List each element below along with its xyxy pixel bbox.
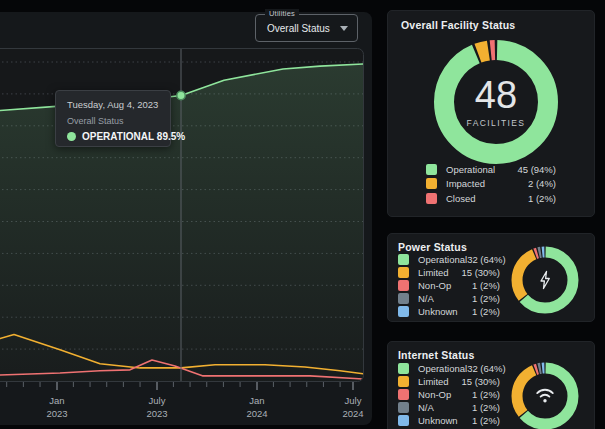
overall-status-legend: Operational45 (94%)Impacted2 (4%)Closed1… — [426, 162, 556, 206]
legend-value: 1 (2%) — [472, 280, 500, 291]
legend-row: Unknown1 (2%) — [398, 305, 500, 318]
tooltip-date: Tuesday, Aug 4, 2023 — [67, 99, 159, 110]
legend-value: 2 (4%) — [528, 178, 556, 189]
legend-row: Operational32 (64%) — [398, 362, 500, 375]
legend-swatch — [426, 178, 437, 189]
legend-value: 1 (2%) — [528, 193, 556, 204]
legend-label: Non-Op — [418, 389, 472, 400]
chevron-down-icon — [340, 26, 348, 31]
legend-swatch — [398, 376, 409, 387]
legend-row: Non-Op1 (2%) — [398, 388, 500, 401]
x-axis-label-year: 2024 — [342, 408, 363, 419]
internet-status-donut-chart[interactable] — [509, 360, 581, 429]
chart-tooltip: Tuesday, Aug 4, 2023 Overall Status OPER… — [55, 90, 171, 147]
legend-swatch — [398, 415, 409, 426]
legend-value: 1 (2%) — [472, 402, 500, 413]
legend-value: 45 (94%) — [517, 164, 556, 175]
legend-row: Closed1 (2%) — [426, 191, 556, 206]
legend-label: Unknown — [418, 415, 472, 426]
power-status-card: Power Status Operational32 (64%)Limited1… — [387, 233, 595, 322]
legend-value: 1 (2%) — [472, 306, 500, 317]
x-axis-label-year: 2024 — [246, 408, 267, 419]
card-title: Power Status — [398, 241, 467, 253]
legend-label: Non-Op — [418, 280, 472, 291]
donut-slice-operational — [444, 50, 548, 154]
legend-swatch — [398, 402, 409, 413]
legend-row: Operational32 (64%) — [398, 253, 500, 266]
legend-swatch — [398, 254, 409, 265]
legend-value: 32 (64%) — [467, 363, 506, 374]
internet-status-legend: Operational32 (64%)Limited15 (30%)Non-Op… — [398, 362, 500, 427]
legend-row: Limited15 (30%) — [398, 266, 500, 279]
utilities-chart-card: Utilities Overall Status Jan2023July2023… — [0, 12, 372, 425]
legend-swatch — [398, 363, 409, 374]
legend-label: Limited — [418, 376, 461, 387]
x-axis-label: July — [149, 395, 166, 406]
legend-label: Unknown — [418, 306, 472, 317]
legend-value: 1 (2%) — [472, 293, 500, 304]
card-title: Overall Facility Status — [401, 19, 515, 31]
legend-row: Impacted2 (4%) — [426, 177, 556, 192]
series-dot-icon — [67, 132, 76, 141]
internet-status-card: Internet Status Operational32 (64%)Limit… — [387, 341, 595, 429]
legend-swatch — [426, 164, 437, 175]
legend-value: 15 (30%) — [461, 267, 500, 278]
utilities-select[interactable]: Utilities Overall Status — [255, 14, 358, 42]
legend-swatch — [398, 280, 409, 291]
overall-facility-status-card: Overall Facility Status 48 FACILITIES Op… — [387, 10, 595, 217]
legend-label: Impacted — [446, 178, 528, 189]
legend-row: N/A1 (2%) — [398, 292, 500, 305]
legend-row: Unknown1 (2%) — [398, 414, 500, 427]
legend-swatch — [398, 389, 409, 400]
tooltip-value: OPERATIONAL 89.5% — [82, 131, 185, 142]
utilities-select-label: Utilities — [265, 9, 299, 18]
legend-swatch — [398, 267, 409, 278]
legend-label: Limited — [418, 267, 461, 278]
utilities-select-value: Overall Status — [256, 23, 340, 34]
x-axis-label-year: 2023 — [146, 408, 167, 419]
x-axis-label-year: 2023 — [46, 408, 67, 419]
legend-value: 1 (2%) — [472, 415, 500, 426]
legend-row: Operational45 (94%) — [426, 162, 556, 177]
x-axis-label: Jan — [49, 395, 64, 406]
legend-value: 32 (64%) — [467, 254, 506, 265]
x-axis-label: July — [345, 395, 362, 406]
tooltip-series: Overall Status — [67, 116, 159, 126]
legend-label: Closed — [446, 193, 528, 204]
legend-row: Limited15 (30%) — [398, 375, 500, 388]
legend-label: N/A — [418, 402, 472, 413]
legend-swatch — [426, 193, 437, 204]
power-status-donut-chart[interactable] — [509, 244, 581, 316]
legend-value: 1 (2%) — [472, 389, 500, 400]
legend-label: N/A — [418, 293, 472, 304]
legend-label: Operational — [418, 363, 467, 374]
power-status-legend: Operational32 (64%)Limited15 (30%)Non-Op… — [398, 253, 500, 318]
legend-swatch — [398, 306, 409, 317]
x-axis-label: Jan — [249, 395, 264, 406]
legend-value: 15 (30%) — [461, 376, 500, 387]
card-title: Internet Status — [398, 349, 475, 361]
legend-row: Non-Op1 (2%) — [398, 279, 500, 292]
chart-marker-dot — [177, 91, 185, 99]
legend-label: Operational — [418, 254, 467, 265]
overall-status-donut-chart[interactable]: 48 FACILITIES — [431, 37, 561, 167]
wifi-icon — [537, 390, 553, 403]
legend-label: Operational — [446, 164, 517, 175]
legend-swatch — [398, 293, 409, 304]
legend-row: N/A1 (2%) — [398, 401, 500, 414]
lightning-bolt-icon — [541, 272, 549, 289]
